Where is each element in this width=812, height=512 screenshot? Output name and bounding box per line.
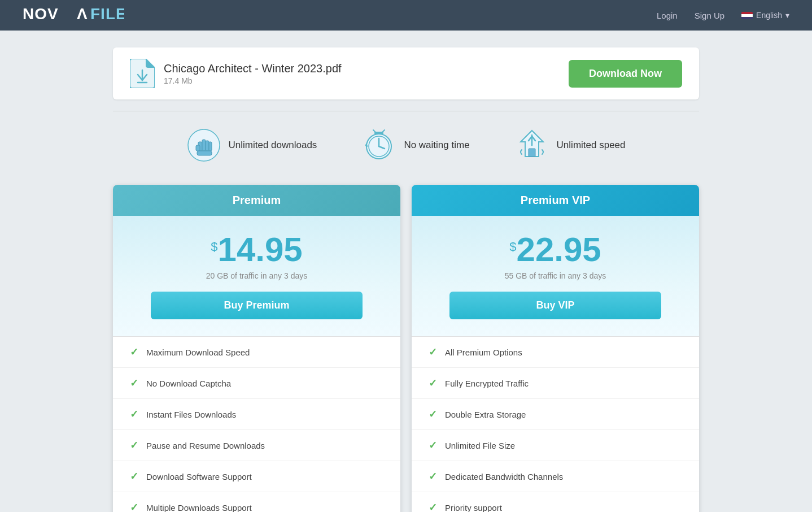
- feature-text: Double Extra Storage: [445, 410, 526, 419]
- feature-text: Pause and Resume Downloads: [146, 441, 265, 450]
- feature-text: No Download Captcha: [146, 379, 231, 388]
- unlimited-speed-icon: [515, 128, 549, 162]
- check-icon: ✓: [429, 377, 437, 389]
- vip-price: $ 22.95: [423, 233, 688, 267]
- vip-card-header: Premium VIP: [412, 185, 699, 216]
- list-item: ✓ Double Extra Storage: [412, 399, 699, 430]
- vip-feature-list: ✓ All Premium Options ✓ Fully Encrypted …: [412, 337, 699, 512]
- premium-price-section: $ 14.95 20 GB of traffic in any 3 days B…: [113, 216, 400, 337]
- feature-text: Unlimited File Size: [445, 441, 515, 450]
- list-item: ✓ Unlimited File Size: [412, 430, 699, 461]
- list-item: ✓ Multiple Downloads Support: [113, 492, 400, 512]
- check-icon: ✓: [130, 346, 138, 358]
- buy-premium-button[interactable]: Buy Premium: [151, 292, 363, 319]
- pricing-row: Premium $ 14.95 20 GB of traffic in any …: [113, 185, 699, 512]
- file-size: 17.4 Mb: [164, 76, 342, 85]
- check-icon: ✓: [130, 470, 138, 483]
- login-link[interactable]: Login: [657, 11, 678, 20]
- list-item: ✓ Dedicated Bandwidth Channels: [412, 461, 699, 492]
- vip-price-value: 22.95: [517, 233, 601, 267]
- file-name: Chicago Architect - Winter 2023.pdf: [164, 62, 342, 75]
- check-icon: ✓: [429, 501, 437, 512]
- svg-text:FILE: FILE: [90, 5, 124, 23]
- check-icon: ✓: [429, 439, 437, 452]
- check-icon: ✓: [429, 346, 437, 358]
- premium-card-header: Premium: [113, 185, 400, 216]
- file-section: Chicago Architect - Winter 2023.pdf 17.4…: [113, 47, 699, 99]
- no-waiting-time-label: No waiting time: [404, 140, 469, 151]
- vip-traffic: 55 GB of traffic in any 3 days: [423, 271, 688, 280]
- no-waiting-time-icon: [362, 128, 396, 162]
- feature-text: Download Software Support: [146, 472, 252, 481]
- list-item: ✓ Fully Encrypted Traffic: [412, 368, 699, 399]
- feature-text: Dedicated Bandwidth Channels: [445, 472, 563, 481]
- svg-rect-7: [202, 140, 206, 151]
- list-item: ✓ Download Software Support: [113, 461, 400, 492]
- language-label: English: [756, 11, 782, 20]
- svg-rect-10: [196, 145, 200, 151]
- signup-link[interactable]: Sign Up: [695, 11, 724, 20]
- unlimited-downloads-icon: [187, 128, 221, 162]
- list-item: ✓ Priority support: [412, 492, 699, 512]
- premium-card: Premium $ 14.95 20 GB of traffic in any …: [113, 185, 400, 512]
- svg-text:NOV: NOV: [23, 5, 59, 23]
- svg-text:Λ: Λ: [77, 5, 88, 23]
- feature-no-waiting-time: No waiting time: [362, 128, 469, 162]
- premium-price: $ 14.95: [124, 233, 389, 267]
- file-info: Chicago Architect - Winter 2023.pdf 17.4…: [130, 59, 342, 88]
- check-icon: ✓: [130, 408, 138, 420]
- feature-text: All Premium Options: [445, 348, 522, 357]
- file-details: Chicago Architect - Winter 2023.pdf 17.4…: [164, 62, 342, 85]
- list-item: ✓ Instant Files Downloads: [113, 399, 400, 430]
- feature-text: Priority support: [445, 503, 502, 513]
- unlimited-speed-label: Unlimited speed: [557, 140, 626, 151]
- divider: [113, 111, 699, 111]
- check-icon: ✓: [130, 377, 138, 389]
- vip-card: Premium VIP $ 22.95 55 GB of traffic in …: [412, 185, 699, 512]
- language-selector[interactable]: English ▾: [741, 11, 789, 20]
- list-item: ✓ Maximum Download Speed: [113, 337, 400, 368]
- chevron-down-icon: ▾: [785, 11, 789, 20]
- check-icon: ✓: [429, 408, 437, 420]
- list-item: ✓ All Premium Options: [412, 337, 699, 368]
- feature-text: Maximum Download Speed: [146, 348, 250, 357]
- check-icon: ✓: [130, 501, 138, 512]
- features-row: Unlimited downloads: [113, 123, 699, 168]
- premium-dollar: $: [211, 240, 217, 254]
- premium-feature-list: ✓ Maximum Download Speed ✓ No Download C…: [113, 337, 400, 512]
- unlimited-downloads-label: Unlimited downloads: [229, 140, 317, 151]
- svg-rect-20: [529, 149, 535, 157]
- vip-dollar: $: [509, 240, 516, 254]
- buy-vip-button[interactable]: Buy VIP: [449, 292, 661, 319]
- header: NOV Λ FILE Login Sign Up English ▾: [0, 0, 812, 31]
- vip-price-section: $ 22.95 55 GB of traffic in any 3 days B…: [412, 216, 699, 337]
- list-item: ✓ Pause and Resume Downloads: [113, 430, 400, 461]
- svg-rect-8: [206, 141, 209, 151]
- svg-rect-9: [209, 142, 212, 151]
- premium-traffic: 20 GB of traffic in any 3 days: [124, 271, 389, 280]
- premium-price-value: 14.95: [218, 233, 303, 267]
- flag-icon: [741, 12, 753, 19]
- logo-text: NOV Λ FILE: [23, 3, 124, 28]
- check-icon: ✓: [130, 439, 138, 452]
- feature-text: Fully Encrypted Traffic: [445, 379, 529, 388]
- feature-text: Multiple Downloads Support: [146, 503, 252, 513]
- file-icon: [130, 59, 155, 88]
- logo: NOV Λ FILE: [23, 3, 124, 28]
- nav-links: Login Sign Up English ▾: [657, 11, 789, 20]
- feature-unlimited-speed: Unlimited speed: [515, 128, 626, 162]
- feature-text: Instant Files Downloads: [146, 410, 236, 419]
- main-content: Chicago Architect - Winter 2023.pdf 17.4…: [0, 31, 812, 512]
- list-item: ✓ No Download Captcha: [113, 368, 400, 399]
- feature-unlimited-downloads: Unlimited downloads: [187, 128, 317, 162]
- svg-rect-11: [197, 151, 212, 155]
- check-icon: ✓: [429, 470, 437, 483]
- download-now-button[interactable]: Download Now: [569, 60, 682, 88]
